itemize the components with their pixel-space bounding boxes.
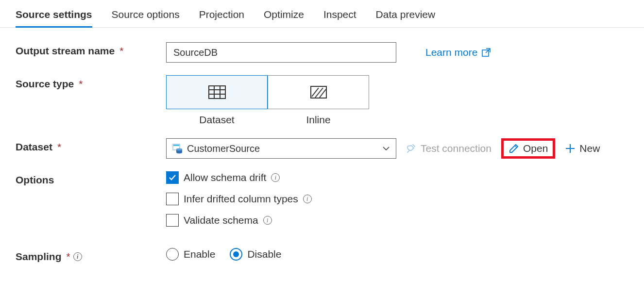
label-sampling: Sampling* i <box>16 248 166 263</box>
form-area: Output stream name* Learn more Source ty… <box>0 28 644 285</box>
required-indicator: * <box>57 141 61 153</box>
open-button-highlight: Open <box>501 138 555 159</box>
checkbox-allow-schema-drift[interactable] <box>166 171 179 184</box>
source-type-inline-button[interactable] <box>268 75 369 109</box>
plus-icon <box>565 143 576 154</box>
tab-bar: Source settings Source options Projectio… <box>0 0 644 28</box>
label-options: Options <box>16 171 166 186</box>
dataset-selected-value: CustomerSource <box>187 143 382 154</box>
output-stream-name-input[interactable] <box>166 42 396 63</box>
tab-source-options[interactable]: Source options <box>112 9 180 27</box>
row-output-stream-name: Output stream name* Learn more <box>16 42 628 63</box>
tab-inspect[interactable]: Inspect <box>323 9 356 27</box>
required-indicator: * <box>119 45 123 57</box>
svg-line-8 <box>315 88 323 98</box>
option-infer-drifted-column-types: Infer drifted column types i <box>166 193 312 205</box>
open-button[interactable]: Open <box>508 143 548 154</box>
tab-data-preview[interactable]: Data preview <box>376 9 436 27</box>
dataset-icon <box>208 85 226 99</box>
svg-rect-11 <box>173 145 179 146</box>
label-dataset: Dataset* <box>16 138 166 153</box>
source-type-toggle <box>166 75 369 109</box>
pencil-icon <box>508 143 519 154</box>
caption-dataset: Dataset <box>166 114 268 126</box>
required-indicator: * <box>79 78 83 90</box>
test-connection-button[interactable]: Test connection <box>406 143 491 154</box>
inline-icon <box>310 86 327 99</box>
source-type-dataset-button[interactable] <box>166 75 268 109</box>
info-icon[interactable]: i <box>263 216 272 225</box>
svg-line-16 <box>407 151 409 152</box>
tab-optimize[interactable]: Optimize <box>264 9 304 27</box>
label-output-stream-name: Output stream name* <box>16 42 166 57</box>
row-sampling: Sampling* i Enable Disable <box>16 248 628 263</box>
checkmark-icon <box>168 173 177 182</box>
option-allow-schema-drift: Allow schema drift i <box>166 171 280 184</box>
tab-source-settings[interactable]: Source settings <box>16 9 92 27</box>
row-dataset: Dataset* CustomerSource <box>16 138 628 159</box>
chevron-down-icon <box>382 145 390 152</box>
checkbox-infer-drifted-column-types[interactable] <box>166 193 179 205</box>
checkbox-validate-schema[interactable] <box>166 214 179 227</box>
label-source-type: Source type* <box>16 75 166 90</box>
info-icon[interactable]: i <box>303 195 312 203</box>
tab-projection[interactable]: Projection <box>199 9 244 27</box>
required-indicator: * <box>67 251 70 263</box>
caption-inline: Inline <box>268 114 369 126</box>
source-type-captions: Dataset Inline <box>166 114 369 126</box>
svg-point-14 <box>176 151 182 154</box>
new-button[interactable]: New <box>565 143 600 154</box>
dataset-sql-icon <box>172 143 183 154</box>
row-options: Options Allow schema drift i Infer drift… <box>16 171 628 235</box>
option-validate-schema: Validate schema i <box>166 214 272 227</box>
sampling-disable-radio[interactable]: Disable <box>230 248 281 261</box>
row-source-type: Source type* <box>16 75 628 126</box>
learn-more-link[interactable]: Learn more <box>425 47 491 58</box>
svg-point-15 <box>176 148 182 151</box>
dataset-dropdown[interactable]: CustomerSource <box>166 138 396 159</box>
info-icon[interactable]: i <box>73 252 82 261</box>
svg-rect-1 <box>209 86 225 99</box>
sampling-enable-radio[interactable]: Enable <box>166 248 215 261</box>
plug-icon <box>406 143 417 154</box>
info-icon[interactable]: i <box>271 173 280 182</box>
external-link-icon <box>481 48 491 57</box>
